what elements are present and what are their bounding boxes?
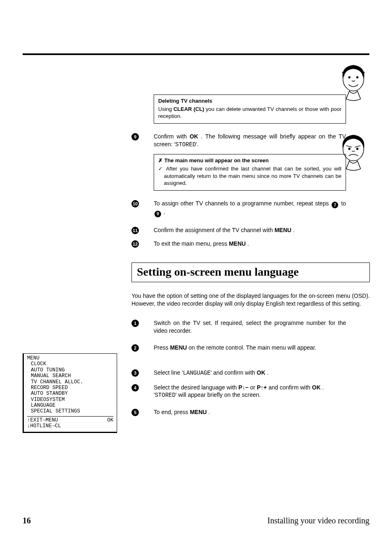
step-bullet: 9 [131,133,139,140]
step-bullet: 5 [131,409,139,416]
step-text: Confirm with OK . The following message … [154,133,346,149]
osd-item: RECORD SPEED [27,385,113,391]
main-content: Deleting TV channels Using CLEAR (CL) yo… [131,94,372,416]
step-bullet: 4 [131,384,139,391]
footer-text: Installing your video recording [267,516,369,525]
step-12: 12 To exit the main menu, press MENU . [131,240,372,248]
osd-ok: OK [107,417,113,423]
main-menu-appear-box: The main menu will appear on the screen … [154,154,346,190]
svg-point-2 [357,76,358,78]
step-text: Select the desired language with P↓− or … [154,384,346,400]
osd-item: SPECIAL SETTINGS [27,408,113,414]
section-title: Setting on-screen menu language [137,265,364,279]
step-bullet: 3 [131,369,139,377]
step-text: Press MENU on the remote control. The ma… [154,344,346,352]
osd-item: CLOCK [27,361,113,367]
ref-step-7: 7 [332,202,338,208]
osd-item: VIDEOSYSTEM [27,397,113,403]
step-11: 11 Confirm the assignment of the TV chan… [131,226,372,234]
osd-exit: ↑EXIT→MENU [27,417,58,423]
osd-menu: MENU CLOCK AUTO TUNING MANUAL SEARCH TV … [23,353,117,433]
step-3: 3 Select line 'LANGUAGE' and confirm wit… [131,369,372,377]
header-rule [23,53,369,55]
step-text: To assign other TV channels to a program… [154,200,346,218]
deleting-channels-box: Deleting TV channels Using CLEAR (CL) yo… [154,94,346,124]
section-heading-box: Setting on-screen menu language [131,263,370,282]
section-intro: You have the option of setting one of th… [131,292,370,308]
step-1: 1 Switch on the TV set. If required, sel… [131,319,372,335]
osd-item: AUTO TUNING [27,367,113,373]
step-bullet: 12 [131,240,139,248]
step-text: To end, press MENU . [154,408,346,416]
svg-point-1 [348,76,350,78]
step-5: 5 To end, press MENU . [131,408,372,416]
step-9: 9 Confirm with OK . The following messag… [131,133,372,149]
step-text: Confirm the assignment of the TV channel… [154,226,346,234]
tip-title: Deleting TV channels [158,97,341,105]
step-4: 4 Select the desired language with P↓− o… [131,384,372,400]
osd-hotline: ↓HOTLINE→CL [27,423,113,429]
step-text: Switch on the TV set. If required, selec… [154,319,346,335]
step-bullet: 1 [131,320,139,327]
step-text: To exit the main menu, press MENU . [154,240,346,248]
ref-step-9: 9 [154,211,161,217]
osd-item: AUTO STANDBY [27,391,113,396]
osd-item: LANGUAGE [27,403,113,408]
step-bullet: 2 [131,344,139,352]
check-body: After you have confirmed the last channe… [158,165,341,187]
step-bullet: 10 [131,200,139,207]
osd-item: MANUAL SEARCH [27,373,113,379]
check-title: The main menu will appear on the screen [158,157,341,164]
step-2: 2 Press MENU on the remote control. The … [131,344,372,352]
step-10: 10 To assign other TV channels to a prog… [131,200,372,218]
step-bullet: 11 [131,227,139,234]
page-number: 16 [23,516,31,525]
step-text: Select line 'LANGUAGE' and confirm with … [154,369,346,377]
osd-item: TV CHANNEL ALLOC. [27,379,113,385]
tip-body: Using CLEAR (CL) you can delete unwanted… [158,106,341,120]
osd-title: MENU [27,355,113,361]
